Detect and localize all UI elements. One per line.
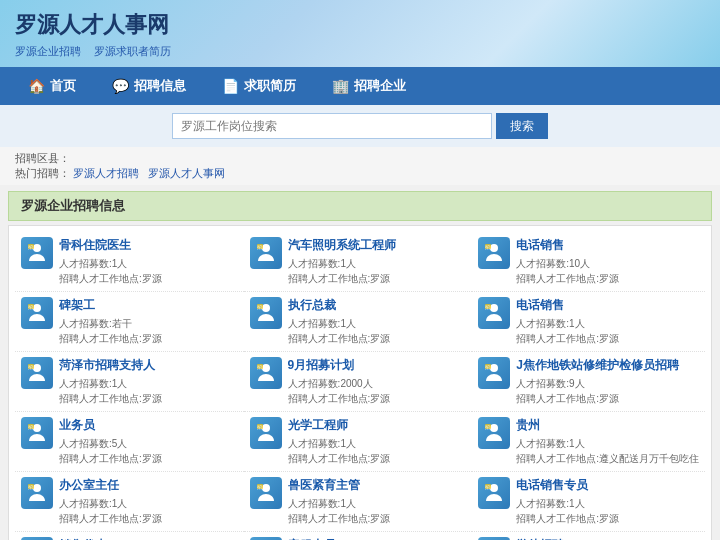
svg-point-9 <box>33 304 41 312</box>
svg-rect-16 <box>485 304 491 309</box>
job-icon: 招 <box>478 357 510 389</box>
hot-link-2[interactable]: 罗源人才人事网 <box>148 167 225 179</box>
job-item[interactable]: 招 电话销售人才招募数:1人招聘人才工作地点:罗源 <box>472 292 705 352</box>
svg-rect-43 <box>485 484 491 489</box>
jobs-grid: 招 骨科住院医生人才招募数:1人招聘人才工作地点:罗源 招 汽车照明系统工程师人… <box>15 232 705 540</box>
nav-recruit-label: 招聘信息 <box>134 77 186 95</box>
nav-resume[interactable]: 📄 求职简历 <box>204 67 314 105</box>
home-icon: 🏠 <box>28 78 45 94</box>
hot-link-1[interactable]: 罗源人才招聘 <box>73 167 139 179</box>
job-icon: 招 <box>478 477 510 509</box>
job-item[interactable]: 招 兽医紧育主管人才招募数:1人招聘人才工作地点:罗源 <box>244 472 473 532</box>
job-item[interactable]: 招 办公室主任人才招募数:1人招聘人才工作地点:罗源 <box>15 472 244 532</box>
job-item[interactable]: 招 贵州人才招募数:1人招聘人才工作地点:遵义配送月万千包吃住 <box>472 412 705 472</box>
svg-rect-1 <box>28 244 34 249</box>
job-info: 人才招募数:1人招聘人才工作地点:罗源 <box>516 496 699 526</box>
job-title: 电话销售专员 <box>516 477 699 494</box>
nav-home-label: 首页 <box>50 77 76 95</box>
job-info: 人才招募数:1人招聘人才工作地点:罗源 <box>288 256 467 286</box>
job-title: 兽医紧育主管 <box>288 477 467 494</box>
svg-point-6 <box>490 244 498 252</box>
job-item[interactable]: 招 菏泽市招聘支持人人才招募数:1人招聘人才工作地点:罗源 <box>15 352 244 412</box>
nav-company-label: 招聘企业 <box>354 77 406 95</box>
county-label: 招聘区县： <box>15 152 70 164</box>
svg-text:招: 招 <box>256 424 262 430</box>
job-icon: 招 <box>21 297 53 329</box>
job-info: 人才招募数:1人招聘人才工作地点:罗源 <box>59 376 238 406</box>
header-link-resume[interactable]: 罗源求职者简历 <box>94 45 171 57</box>
job-icon: 招 <box>21 237 53 269</box>
job-info: 人才招募数:1人招聘人才工作地点:遵义配送月万千包吃住 <box>516 436 699 466</box>
job-icon: 招 <box>21 477 53 509</box>
job-info: 人才招募数:1人招聘人才工作地点:罗源 <box>288 436 467 466</box>
job-item[interactable]: 招 汽车照明系统工程师人才招募数:1人招聘人才工作地点:罗源 <box>244 232 473 292</box>
header-link-recruit[interactable]: 罗源企业招聘 <box>15 45 81 57</box>
nav-recruit-info[interactable]: 💬 招聘信息 <box>94 67 204 105</box>
job-details: J焦作地铁站修维护检修员招聘人才招募数:9人招聘人才工作地点:罗源 <box>516 357 699 406</box>
message-icon: 💬 <box>112 78 129 94</box>
job-details: 骨科住院医生人才招募数:1人招聘人才工作地点:罗源 <box>59 237 238 286</box>
job-info: 人才招募数:5人招聘人才工作地点:罗源 <box>59 436 238 466</box>
job-item[interactable]: 招 学徒招聘人才招募数:若干招聘人才工作地点:罗源 <box>472 532 705 540</box>
svg-text:招: 招 <box>256 484 262 490</box>
job-item[interactable]: 招 销售代表人才招募数:1人招聘人才工作地点:罗源 <box>15 532 244 540</box>
job-item[interactable]: 招 执行总裁人才招募数:1人招聘人才工作地点:罗源 <box>244 292 473 352</box>
svg-rect-34 <box>485 424 491 429</box>
job-item[interactable]: 招 骨科住院医生人才招募数:1人招聘人才工作地点:罗源 <box>15 232 244 292</box>
svg-point-12 <box>262 304 270 312</box>
search-bar: 搜索 <box>0 105 720 147</box>
job-title: 电话销售 <box>516 297 699 314</box>
nav-company[interactable]: 🏢 招聘企业 <box>314 67 424 105</box>
job-icon: 招 <box>250 477 282 509</box>
search-button[interactable]: 搜索 <box>496 113 548 139</box>
svg-point-15 <box>490 304 498 312</box>
job-info: 人才招募数:1人招聘人才工作地点:罗源 <box>59 256 238 286</box>
svg-point-24 <box>490 364 498 372</box>
svg-rect-28 <box>28 424 34 429</box>
job-info: 人才招募数:1人招聘人才工作地点:罗源 <box>288 316 467 346</box>
job-icon: 招 <box>250 417 282 449</box>
search-input[interactable] <box>172 113 492 139</box>
svg-text:招: 招 <box>484 244 490 250</box>
svg-rect-31 <box>257 424 263 429</box>
svg-text:招: 招 <box>27 364 33 370</box>
svg-rect-10 <box>28 304 34 309</box>
svg-point-18 <box>33 364 41 372</box>
job-details: 电话销售专员人才招募数:1人招聘人才工作地点:罗源 <box>516 477 699 526</box>
job-details: 汽车照明系统工程师人才招募数:1人招聘人才工作地点:罗源 <box>288 237 467 286</box>
site-header: 罗源人才人事网 罗源企业招聘 罗源求职者简历 <box>0 0 720 67</box>
job-title: 汽车照明系统工程师 <box>288 237 467 254</box>
main-nav: 🏠 首页 💬 招聘信息 📄 求职简历 🏢 招聘企业 <box>0 67 720 105</box>
job-item[interactable]: 招 碑架工人才招募数:若干招聘人才工作地点:罗源 <box>15 292 244 352</box>
job-item[interactable]: 招 光学工程师人才招募数:1人招聘人才工作地点:罗源 <box>244 412 473 472</box>
job-details: 电话销售人才招募数:1人招聘人才工作地点:罗源 <box>516 297 699 346</box>
job-icon: 招 <box>250 297 282 329</box>
job-details: 光学工程师人才招募数:1人招聘人才工作地点:罗源 <box>288 417 467 466</box>
job-item[interactable]: 招 电话销售专员人才招募数:1人招聘人才工作地点:罗源 <box>472 472 705 532</box>
svg-point-27 <box>33 424 41 432</box>
job-icon: 招 <box>250 237 282 269</box>
job-icon: 招 <box>21 417 53 449</box>
header-links: 罗源企业招聘 罗源求职者简历 <box>15 44 705 59</box>
job-title: 骨科住院医生 <box>59 237 238 254</box>
job-item[interactable]: 招 业务员人才招募数:5人招聘人才工作地点:罗源 <box>15 412 244 472</box>
job-details: 贵州人才招募数:1人招聘人才工作地点:遵义配送月万千包吃住 <box>516 417 699 466</box>
job-icon: 招 <box>21 357 53 389</box>
svg-point-36 <box>33 484 41 492</box>
svg-rect-25 <box>485 364 491 369</box>
job-title: 执行总裁 <box>288 297 467 314</box>
svg-rect-19 <box>28 364 34 369</box>
svg-text:招: 招 <box>484 484 490 490</box>
job-item[interactable]: 招 J焦作地铁站修维护检修员招聘人才招募数:9人招聘人才工作地点:罗源 <box>472 352 705 412</box>
svg-point-42 <box>490 484 498 492</box>
nav-home[interactable]: 🏠 首页 <box>10 67 94 105</box>
job-item[interactable]: 招 9月招募计划人才招募数:2000人招聘人才工作地点:罗源 <box>244 352 473 412</box>
job-item[interactable]: 招 电话销售人才招募数:10人招聘人才工作地点:罗源 <box>472 232 705 292</box>
job-icon: 招 <box>250 357 282 389</box>
svg-text:招: 招 <box>484 424 490 430</box>
job-details: 兽医紧育主管人才招募数:1人招聘人才工作地点:罗源 <box>288 477 467 526</box>
job-info: 人才招募数:9人招聘人才工作地点:罗源 <box>516 376 699 406</box>
svg-point-33 <box>490 424 498 432</box>
job-item[interactable]: 招 客服专员人才招募数:1人招聘人才工作地点:罗源 <box>244 532 473 540</box>
svg-rect-7 <box>485 244 491 249</box>
